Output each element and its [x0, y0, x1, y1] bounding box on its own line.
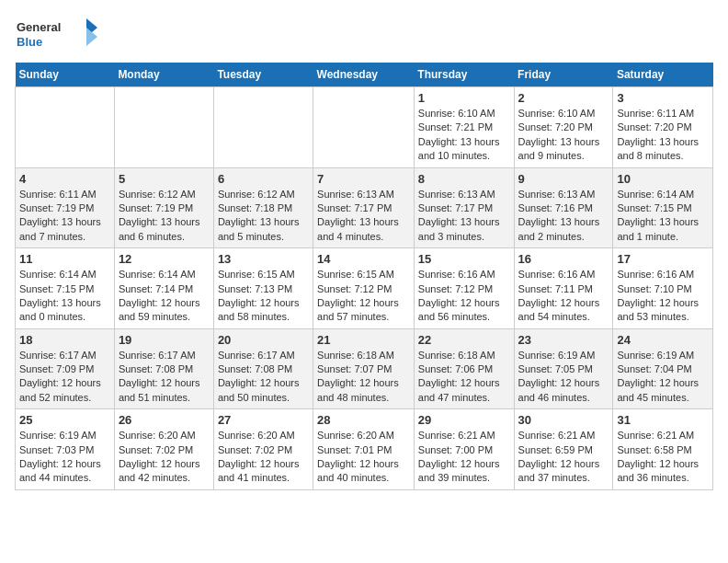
- day-number: 11: [19, 252, 110, 266]
- svg-text:Blue: Blue: [17, 35, 42, 49]
- day-info: Sunrise: 6:21 AM Sunset: 6:58 PM Dayligh…: [617, 429, 709, 486]
- day-cell: 7Sunrise: 6:13 AM Sunset: 7:17 PM Daylig…: [313, 167, 415, 248]
- day-info: Sunrise: 6:13 AM Sunset: 7:17 PM Dayligh…: [317, 188, 410, 245]
- day-number: 17: [617, 252, 709, 266]
- day-cell: 17Sunrise: 6:16 AM Sunset: 7:10 PM Dayli…: [613, 248, 713, 329]
- day-cell: 9Sunrise: 6:13 AM Sunset: 7:16 PM Daylig…: [514, 167, 613, 248]
- day-number: 18: [19, 333, 110, 347]
- logo-svg: General Blue: [15, 15, 107, 55]
- day-info: Sunrise: 6:20 AM Sunset: 7:02 PM Dayligh…: [119, 429, 210, 486]
- day-info: Sunrise: 6:19 AM Sunset: 7:04 PM Dayligh…: [617, 349, 709, 406]
- day-cell: 27Sunrise: 6:20 AM Sunset: 7:02 PM Dayli…: [213, 409, 313, 490]
- day-info: Sunrise: 6:15 AM Sunset: 7:13 PM Dayligh…: [218, 268, 309, 325]
- day-cell: 16Sunrise: 6:16 AM Sunset: 7:11 PM Dayli…: [514, 248, 613, 329]
- day-info: Sunrise: 6:17 AM Sunset: 7:08 PM Dayligh…: [218, 349, 309, 406]
- day-cell: 26Sunrise: 6:20 AM Sunset: 7:02 PM Dayli…: [114, 409, 213, 490]
- day-number: 1: [418, 91, 510, 105]
- day-number: 7: [317, 172, 410, 186]
- day-cell: [213, 87, 313, 168]
- week-row-2: 4Sunrise: 6:11 AM Sunset: 7:19 PM Daylig…: [16, 167, 713, 248]
- header-cell-sunday: Sunday: [16, 63, 115, 87]
- day-info: Sunrise: 6:12 AM Sunset: 7:18 PM Dayligh…: [218, 188, 309, 245]
- day-cell: 20Sunrise: 6:17 AM Sunset: 7:08 PM Dayli…: [213, 328, 313, 409]
- day-number: 15: [418, 252, 510, 266]
- header-cell-friday: Friday: [514, 63, 613, 87]
- day-number: 23: [518, 333, 609, 347]
- day-number: 19: [119, 333, 210, 347]
- week-row-5: 25Sunrise: 6:19 AM Sunset: 7:03 PM Dayli…: [16, 409, 713, 490]
- header-cell-tuesday: Tuesday: [213, 63, 313, 87]
- day-info: Sunrise: 6:14 AM Sunset: 7:14 PM Dayligh…: [119, 268, 210, 325]
- week-row-1: 1Sunrise: 6:10 AM Sunset: 7:21 PM Daylig…: [16, 87, 713, 168]
- day-info: Sunrise: 6:14 AM Sunset: 7:15 PM Dayligh…: [617, 188, 709, 245]
- day-info: Sunrise: 6:17 AM Sunset: 7:09 PM Dayligh…: [19, 349, 110, 406]
- day-info: Sunrise: 6:17 AM Sunset: 7:08 PM Dayligh…: [119, 349, 210, 406]
- day-info: Sunrise: 6:20 AM Sunset: 7:01 PM Dayligh…: [317, 429, 410, 486]
- day-info: Sunrise: 6:14 AM Sunset: 7:15 PM Dayligh…: [19, 268, 110, 325]
- day-cell: 14Sunrise: 6:15 AM Sunset: 7:12 PM Dayli…: [313, 248, 415, 329]
- calendar-table: SundayMondayTuesdayWednesdayThursdayFrid…: [15, 63, 713, 490]
- day-cell: [114, 87, 213, 168]
- day-number: 21: [317, 333, 410, 347]
- day-number: 13: [218, 252, 309, 266]
- day-cell: 1Sunrise: 6:10 AM Sunset: 7:21 PM Daylig…: [414, 87, 514, 168]
- day-number: 5: [119, 172, 210, 186]
- day-number: 29: [418, 413, 510, 427]
- day-cell: 28Sunrise: 6:20 AM Sunset: 7:01 PM Dayli…: [313, 409, 415, 490]
- day-cell: 19Sunrise: 6:17 AM Sunset: 7:08 PM Dayli…: [114, 328, 213, 409]
- day-number: 25: [19, 413, 110, 427]
- day-cell: 10Sunrise: 6:14 AM Sunset: 7:15 PM Dayli…: [613, 167, 713, 248]
- day-cell: 5Sunrise: 6:12 AM Sunset: 7:19 PM Daylig…: [114, 167, 213, 248]
- day-cell: [313, 87, 415, 168]
- day-info: Sunrise: 6:13 AM Sunset: 7:16 PM Dayligh…: [518, 188, 609, 245]
- day-cell: 8Sunrise: 6:13 AM Sunset: 7:17 PM Daylig…: [414, 167, 514, 248]
- day-number: 31: [617, 413, 709, 427]
- day-cell: 23Sunrise: 6:19 AM Sunset: 7:05 PM Dayli…: [514, 328, 613, 409]
- logo: General Blue: [15, 15, 107, 55]
- header-cell-monday: Monday: [114, 63, 213, 87]
- day-cell: 15Sunrise: 6:16 AM Sunset: 7:12 PM Dayli…: [414, 248, 514, 329]
- day-info: Sunrise: 6:18 AM Sunset: 7:06 PM Dayligh…: [418, 349, 510, 406]
- day-info: Sunrise: 6:16 AM Sunset: 7:11 PM Dayligh…: [518, 268, 609, 325]
- header-row: SundayMondayTuesdayWednesdayThursdayFrid…: [16, 63, 713, 87]
- week-row-4: 18Sunrise: 6:17 AM Sunset: 7:09 PM Dayli…: [16, 328, 713, 409]
- day-number: 27: [218, 413, 309, 427]
- header-cell-wednesday: Wednesday: [313, 63, 415, 87]
- day-number: 6: [218, 172, 309, 186]
- day-number: 24: [617, 333, 709, 347]
- day-cell: [16, 87, 115, 168]
- day-info: Sunrise: 6:19 AM Sunset: 7:05 PM Dayligh…: [518, 349, 609, 406]
- day-number: 22: [418, 333, 510, 347]
- day-number: 28: [317, 413, 410, 427]
- day-cell: 12Sunrise: 6:14 AM Sunset: 7:14 PM Dayli…: [114, 248, 213, 329]
- svg-text:General: General: [17, 20, 61, 34]
- day-info: Sunrise: 6:13 AM Sunset: 7:17 PM Dayligh…: [418, 188, 510, 245]
- day-cell: 22Sunrise: 6:18 AM Sunset: 7:06 PM Dayli…: [414, 328, 514, 409]
- day-number: 2: [518, 91, 609, 105]
- day-info: Sunrise: 6:12 AM Sunset: 7:19 PM Dayligh…: [119, 188, 210, 245]
- day-number: 9: [518, 172, 609, 186]
- day-info: Sunrise: 6:19 AM Sunset: 7:03 PM Dayligh…: [19, 429, 110, 486]
- day-cell: 2Sunrise: 6:10 AM Sunset: 7:20 PM Daylig…: [514, 87, 613, 168]
- day-number: 10: [617, 172, 709, 186]
- day-info: Sunrise: 6:11 AM Sunset: 7:19 PM Dayligh…: [19, 188, 110, 245]
- day-cell: 31Sunrise: 6:21 AM Sunset: 6:58 PM Dayli…: [613, 409, 713, 490]
- day-cell: 25Sunrise: 6:19 AM Sunset: 7:03 PM Dayli…: [16, 409, 115, 490]
- day-info: Sunrise: 6:11 AM Sunset: 7:20 PM Dayligh…: [617, 107, 709, 164]
- day-info: Sunrise: 6:21 AM Sunset: 7:00 PM Dayligh…: [418, 429, 510, 486]
- day-info: Sunrise: 6:18 AM Sunset: 7:07 PM Dayligh…: [317, 349, 410, 406]
- day-info: Sunrise: 6:20 AM Sunset: 7:02 PM Dayligh…: [218, 429, 309, 486]
- day-number: 3: [617, 91, 709, 105]
- day-info: Sunrise: 6:10 AM Sunset: 7:20 PM Dayligh…: [518, 107, 609, 164]
- header-cell-thursday: Thursday: [414, 63, 514, 87]
- day-number: 20: [218, 333, 309, 347]
- day-cell: 29Sunrise: 6:21 AM Sunset: 7:00 PM Dayli…: [414, 409, 514, 490]
- day-cell: 13Sunrise: 6:15 AM Sunset: 7:13 PM Dayli…: [213, 248, 313, 329]
- day-number: 30: [518, 413, 609, 427]
- day-info: Sunrise: 6:16 AM Sunset: 7:12 PM Dayligh…: [418, 268, 510, 325]
- day-cell: 30Sunrise: 6:21 AM Sunset: 6:59 PM Dayli…: [514, 409, 613, 490]
- day-cell: 3Sunrise: 6:11 AM Sunset: 7:20 PM Daylig…: [613, 87, 713, 168]
- header-cell-saturday: Saturday: [613, 63, 713, 87]
- week-row-3: 11Sunrise: 6:14 AM Sunset: 7:15 PM Dayli…: [16, 248, 713, 329]
- day-number: 14: [317, 252, 410, 266]
